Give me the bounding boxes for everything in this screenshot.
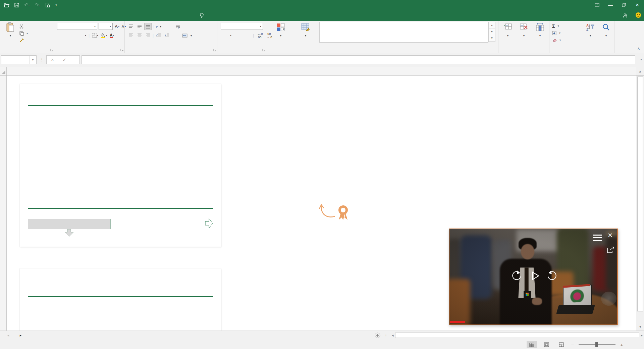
format-cells-button[interactable]: ▾ [533,22,547,38]
collapse-ribbon-icon[interactable]: ∧ [637,46,640,51]
align-middle-icon[interactable] [136,23,143,30]
new-sheet-icon[interactable] [373,333,382,338]
close-button[interactable]: × [631,0,644,10]
dive-down-button[interactable] [28,219,111,229]
cut-button[interactable] [19,23,28,30]
tell-me-box[interactable] [200,10,207,21]
align-top-icon[interactable] [127,23,135,30]
lightbulb-icon [200,13,204,18]
video-menu-icon[interactable] [593,235,602,243]
ribbon-display-options-icon[interactable] [590,0,604,10]
align-bottom-icon[interactable] [144,23,152,30]
status-bar: − + [0,340,644,349]
video-progress-bar[interactable] [450,321,465,323]
merge-center-dropdown[interactable]: ▾ [191,34,192,37]
clear-button[interactable]: ▾ [552,37,561,44]
name-box[interactable]: ▾ [1,55,37,64]
decrease-indent-icon[interactable] [155,32,162,39]
accounting-dropdown[interactable]: ▾ [230,34,231,37]
page-break-view-icon[interactable] [556,341,566,348]
increase-decimal-icon[interactable]: ←.0.00 [257,32,263,39]
align-center-icon[interactable] [136,32,143,39]
orientation-icon[interactable]: ▾ [155,23,162,30]
format-as-table-button[interactable]: ▾ [294,22,317,38]
gallery-down-icon[interactable]: ▼ [489,29,495,35]
align-right-icon[interactable] [144,32,152,39]
insert-cells-button[interactable]: ▾ [500,22,515,38]
number-format-select[interactable]: ▾ [221,23,263,30]
page-layout-view-icon[interactable] [541,341,551,348]
ribbon-group-font: ▾ ▾ A▲ A▼ ▾ | ▾ ▾ A▾ [54,21,125,53]
formula-bar-handle[interactable]: ⋮ [40,57,44,62]
video-popout-icon[interactable] [607,247,614,253]
scroll-down-icon[interactable]: ▼ [636,322,644,331]
font-dialog-launcher-icon[interactable] [120,48,124,52]
video-forward-30-button[interactable] [546,270,559,282]
copy-button[interactable]: ▾ [19,30,28,37]
hscroll-right-icon[interactable]: ▸ [641,333,643,338]
formula-bar-expand-icon[interactable]: ▾ [640,57,642,61]
autosum-button[interactable]: Σ ▾ [552,22,561,30]
enter-check-icon[interactable]: ✓ [63,57,66,62]
video-rewind-10-button[interactable] [510,270,523,282]
normal-view-icon[interactable] [527,341,537,348]
font-color-icon[interactable]: A▾ [110,33,114,38]
format-painter-button[interactable] [19,37,28,44]
formula-input[interactable] [82,55,635,64]
fill-button[interactable]: ▾ [552,30,561,37]
conditional-formatting-button[interactable]: ≠ ▾ [268,22,293,38]
align-left-icon[interactable] [127,32,135,39]
sheet-nav-left-icon[interactable]: ◂ [7,333,9,338]
sort-filter-button[interactable]: AZ ▾ [583,22,598,38]
zoom-slider-thumb[interactable] [595,342,598,347]
next-step-arrow-icon [205,217,213,229]
zoom-slider[interactable] [579,344,615,345]
number-dialog-launcher-icon[interactable] [262,48,265,52]
grow-font-icon[interactable]: A▲ [114,23,121,30]
feedback-smiley-icon[interactable] [635,12,641,18]
zoom-in-icon[interactable]: + [620,342,623,348]
find-select-button[interactable]: ▾ [598,22,614,38]
hscroll-left-icon[interactable]: ◂ [392,333,394,338]
underline-button[interactable] [76,32,83,39]
minimize-button[interactable]: — [604,0,617,10]
horizontal-scrollbar[interactable]: ◂ ▸ [392,332,643,339]
wrap-text-icon[interactable] [174,23,181,30]
fill-color-icon[interactable]: ▾ [101,33,107,38]
paste-button[interactable]: ▾ [3,22,18,38]
gallery-up-icon[interactable]: ▲ [489,22,495,29]
ribbon-group-editing: Σ ▾ ▾ ▾ AZ ▾ [549,21,614,53]
comma-style-icon[interactable] [244,32,250,39]
accounting-format-icon[interactable] [221,32,227,39]
increase-indent-icon[interactable] [163,32,170,39]
zoom-out-icon[interactable]: − [571,342,574,348]
bold-button[interactable] [58,32,64,39]
sheet-nav-right-icon[interactable]: ▸ [20,333,22,338]
video-play-button[interactable] [532,271,539,280]
column-header-row: ▲ [0,67,644,76]
percent-style-icon[interactable] [234,32,241,39]
font-size-select[interactable]: ▾ [99,23,113,30]
underline-dropdown[interactable]: ▾ [85,34,86,37]
delete-cells-button[interactable]: ▾ [517,22,531,38]
scroll-up-icon[interactable]: ▲ [636,67,644,75]
cancel-icon[interactable]: × [51,57,54,62]
vertical-scrollbar[interactable]: ▼ [636,76,644,331]
alignment-dialog-launcher-icon[interactable] [213,48,216,52]
gallery-more-icon[interactable]: ▼ [489,35,495,42]
restore-button[interactable] [617,0,631,10]
select-all-corner[interactable] [0,67,7,75]
share-button[interactable] [623,10,630,21]
vertical-scrollbar-thumb[interactable] [637,77,643,311]
name-box-dropdown-icon[interactable]: ▾ [29,56,36,64]
clipboard-dialog-launcher-icon[interactable] [50,48,53,52]
video-player[interactable]: × [449,229,618,325]
borders-icon[interactable]: ▾ [92,33,98,38]
video-close-icon[interactable]: × [608,231,612,240]
italic-button[interactable] [67,32,73,39]
horizontal-scrollbar-thumb[interactable] [395,333,640,338]
next-step-button[interactable] [172,219,205,229]
merge-center-icon[interactable] [181,32,189,39]
formula-bar: ▾ ⋮ × ✓ ▾ [0,53,644,67]
font-name-select[interactable]: ▾ [57,23,97,30]
